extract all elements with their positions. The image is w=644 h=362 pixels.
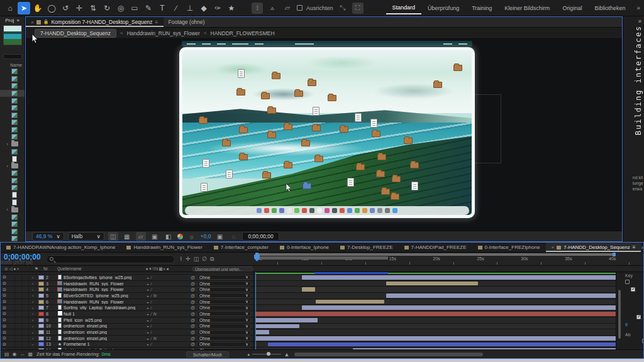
fit-icon[interactable]: ⛶ [352,3,364,14]
layer-row[interactable]: ⊙›4Handdrawin_RUN_sys_Flower◒∕@Ohne∨ [1,287,616,293]
chevron-expand-icon[interactable]: › [29,349,36,349]
workspace-tab-original[interactable]: Original [556,3,588,14]
layer-switches[interactable]: ◒∕ [147,282,191,286]
inout-icon[interactable]: ↔ [20,351,25,357]
layer-row[interactable]: ⊙›13★Formebene 1◒∕@Ohne∨ [1,342,616,348]
magnification-dropdown[interactable]: 46,9 %∨ [32,232,64,241]
expand-icon[interactable]: ⤡ [337,3,348,14]
project-item[interactable] [0,83,25,90]
layer-switches[interactable]: ◒∕ [147,324,191,328]
graph-editor-icon[interactable]: ◉ [13,351,17,357]
layer-row[interactable]: ⊙›12ordnericon_einzel.png◒∕fx@Ohne∨ [1,336,616,342]
layer-row[interactable]: ⊙›11ordnericon_einzel.png◒∕@Ohne∨ [1,329,616,336]
number-column-header[interactable]: Nr. [43,266,57,271]
chevron-expand-icon[interactable]: › [29,336,36,340]
lock-cell[interactable] [22,293,29,299]
layer-name[interactable]: Formebene 1 [64,342,147,346]
preview-time-display[interactable]: 0;00;00;00 [242,232,279,241]
zoom-slider[interactable] [252,354,281,354]
label-color-swatch[interactable] [38,287,44,292]
project-item[interactable]: › [0,141,25,148]
solo-cell[interactable] [15,281,22,287]
layer-row-graph[interactable] [254,342,616,348]
timeline-header-icon-0[interactable]: ⌇ [180,256,182,263]
parent-dropdown[interactable]: Ohne∨ [197,348,251,349]
workspace-tab-kleiner-bildschirm[interactable]: Kleiner Bildschirm [498,3,556,14]
playhead-line[interactable] [255,272,256,349]
pick-whip-icon[interactable]: @ [191,275,197,280]
layer-row-graph[interactable] [254,324,616,329]
pick-whip-icon[interactable]: @ [191,282,197,286]
shape-tool-icon[interactable]: ▭ [128,2,141,14]
eye-icon[interactable]: ⊙ [1,336,8,341]
pick-whip-icon[interactable]: @ [191,293,197,298]
project-item[interactable] [0,148,25,155]
lock-cell[interactable] [22,348,29,349]
breadcrumb-item-0[interactable]: 7-HANDD_Desktop_Sequenz [35,29,116,38]
layer-row-graph[interactable] [254,299,616,305]
parent-dropdown[interactable]: Ohne∨ [197,324,251,329]
layer-row[interactable]: ⊙›8Null 1◒∕fx@Ohne∨ [1,311,616,317]
layer-duration-bar[interactable] [255,318,318,322]
eye-icon[interactable]: ⊙ [1,317,8,322]
ab-checkbox[interactable] [642,339,643,343]
layer-duration-bar[interactable] [386,282,477,286]
layer-name[interactable]: Handdrawin_RUN_sys_Flower [64,300,147,304]
hand-tool-icon[interactable]: ✋ [31,2,44,14]
project-item[interactable]: › [0,206,25,213]
exposure-gear-icon[interactable]: ☼ [187,232,197,241]
layer-duration-bar[interactable] [386,293,618,298]
label-color-swatch[interactable] [38,305,44,310]
parent-dropdown[interactable]: Ohne∨ [197,293,251,298]
eye-icon[interactable]: ⊙ [1,324,8,329]
audio-cell[interactable] [8,324,15,329]
eye-icon[interactable]: ⊙ [1,342,8,347]
timeline-tab-3[interactable]: 0-Interface_Iphone [274,243,335,252]
layer-row-graph[interactable] [254,281,616,287]
layer-row-graph[interactable] [254,336,616,341]
key-checkbox-checked[interactable] [631,287,635,292]
lock-cell[interactable] [22,299,29,305]
timeline-tab-6[interactable]: 0-Interface_FREZIphone [472,243,546,252]
layer-row-graph[interactable] [254,311,616,317]
show-snapshot-icon[interactable]: ◌ [228,232,238,241]
label-color-swatch[interactable] [38,312,44,316]
project-item[interactable] [0,97,25,104]
align-checkbox[interactable] [297,5,303,11]
mask-shape-icon[interactable]: ▱ [282,3,293,14]
workspace-overflow-icon[interactable]: » [633,4,644,11]
zoom-in-icon[interactable]: ▲ [284,351,289,358]
chevron-expand-icon[interactable]: › [29,293,36,297]
zoom-slider-knob[interactable] [267,352,270,356]
audio-cell[interactable] [8,305,15,310]
eye-icon[interactable]: ⊙ [1,287,8,292]
chevron-expand-icon[interactable]: › [29,324,36,328]
parent-dropdown[interactable]: Ohne∨ [197,311,251,316]
timeline-tab-2[interactable]: 7-Interface_computer [208,243,274,252]
layer-switches[interactable]: ◒∕ [147,342,191,346]
tabs-overflow-icon[interactable]: » [641,244,643,251]
audio-cell[interactable] [8,317,15,323]
project-item[interactable] [0,177,25,184]
timeline-tab-1[interactable]: Handdrawin_RUN_sys_Flower [121,243,208,252]
layer-duration-bar[interactable] [255,330,269,334]
project-item[interactable] [0,199,25,206]
mid-checkbox[interactable] [636,315,641,319]
eye-icon[interactable]: ⊙ [1,348,8,349]
workspace-tab-training[interactable]: Training [465,3,498,14]
timeline-header-icon-1[interactable]: ✛ [186,256,191,263]
project-thumbnail[interactable] [3,25,22,45]
layer-switches[interactable]: ◒∕ [147,300,191,304]
layer-duration-bar[interactable] [302,305,618,310]
lock-cell[interactable] [22,342,29,348]
layer-name[interactable]: desktopgeordnet_Ordnericon.png [64,348,147,349]
layer-row[interactable]: ⊙›6Handdrawin_RUN_sys_Flower◒∕@Ohne∨ [1,299,616,305]
layer-row[interactable]: ⊙›14desktopgeordnet_Ordnericon.png◒∕@Ohn… [1,348,616,349]
solo-cell[interactable] [15,299,22,305]
solo-cell[interactable] [15,293,22,299]
project-item[interactable] [0,69,25,75]
layer-name[interactable]: Null 1 [64,312,147,316]
layer-row-graph[interactable] [254,293,616,299]
lock-cell[interactable] [22,305,29,310]
lock-cell[interactable] [22,311,29,317]
